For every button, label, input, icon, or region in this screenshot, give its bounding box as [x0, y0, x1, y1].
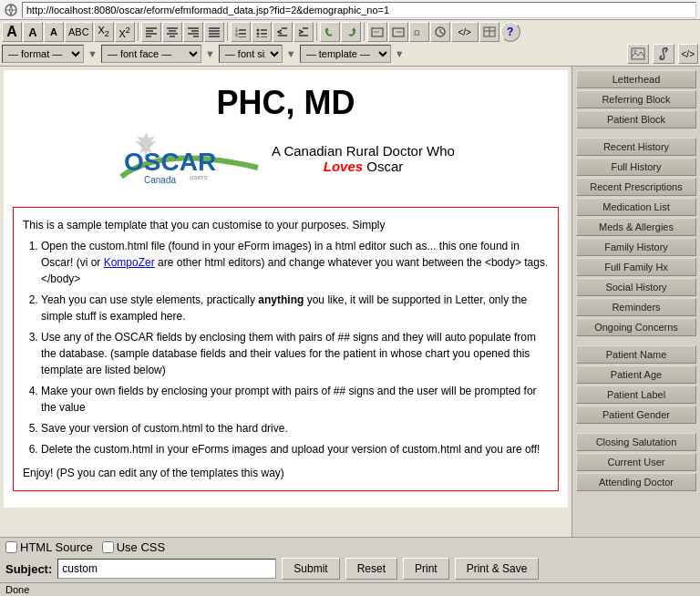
- subscript-btn[interactable]: X2: [94, 22, 114, 42]
- time-btn[interactable]: [430, 22, 450, 42]
- help-btn[interactable]: ?: [500, 22, 520, 42]
- bottom-row1: HTML Source Use CSS: [5, 540, 695, 554]
- attending-doctor-btn[interactable]: Attending Doctor: [576, 473, 696, 491]
- spacer2: [576, 338, 696, 344]
- sep4: [364, 23, 365, 41]
- patient-gender-btn[interactable]: Patient Gender: [576, 406, 696, 424]
- html-source-label: HTML Source: [20, 540, 93, 554]
- editor-panel: PHC, MD OSCAR: [0, 67, 572, 537]
- status-bar: Done: [0, 582, 700, 596]
- subject-label: Subject:: [5, 562, 52, 576]
- referring-block-btn[interactable]: Referring Block: [576, 90, 696, 108]
- redo-btn[interactable]: [341, 22, 361, 42]
- patient-age-btn[interactable]: Patient Age: [576, 365, 696, 384]
- full-history-btn[interactable]: Full History: [576, 158, 696, 176]
- undo-btn[interactable]: [320, 22, 340, 42]
- patient-block-btn[interactable]: Patient Block: [576, 110, 696, 128]
- bottom-area: HTML Source Use CSS Subject: Submit Rese…: [0, 537, 700, 582]
- step-6: Delete the custom.html in your eForms im…: [41, 441, 549, 457]
- indent-right-btn[interactable]: [388, 22, 408, 42]
- template-select[interactable]: — template —: [300, 45, 391, 63]
- sample-box: This is a sample template that you can c…: [13, 207, 559, 491]
- decrease-indent-btn[interactable]: [273, 22, 293, 42]
- oscar-logo-svg: OSCAR Canada .users: [117, 127, 262, 190]
- indent-left-btn[interactable]: [367, 22, 387, 42]
- toolbar-row1: A A A ABC X2 X2 1.2.3.: [2, 22, 698, 42]
- code-btn[interactable]: </>: [678, 44, 698, 64]
- address-input[interactable]: [22, 2, 696, 18]
- align-center-btn[interactable]: [162, 22, 182, 42]
- svg-point-46: [633, 50, 636, 53]
- editor-content[interactable]: PHC, MD OSCAR: [4, 70, 568, 508]
- kompozer-link[interactable]: KompoZer: [104, 256, 155, 269]
- recent-history-btn[interactable]: Recent History: [576, 138, 696, 156]
- meds-allergies-btn[interactable]: Meds & Allergies: [576, 218, 696, 236]
- patient-name-btn[interactable]: Patient Name: [576, 345, 696, 364]
- closing-salutation-btn[interactable]: Closing Salutation: [576, 433, 696, 451]
- reminders-btn[interactable]: Reminders: [576, 298, 696, 316]
- font-medium-btn[interactable]: A: [23, 22, 43, 42]
- browser-icon: [4, 3, 18, 17]
- special-char-btn[interactable]: Ω: [409, 22, 429, 42]
- svg-text:Canada: Canada: [144, 175, 176, 185]
- svg-point-26: [256, 33, 259, 36]
- spacer1: [576, 130, 696, 136]
- use-css-checkbox[interactable]: [102, 541, 114, 553]
- link-btn[interactable]: [653, 44, 674, 64]
- sample-intro: This is a sample template that you can c…: [23, 217, 549, 233]
- subject-row: Subject: Submit Reset Print Print & Save: [5, 558, 695, 580]
- sample-steps-list: Open the custom.html file (found in your…: [23, 238, 549, 457]
- svg-text:Ω: Ω: [414, 28, 420, 37]
- font-small-btn[interactable]: A: [44, 22, 64, 42]
- oscar-text: Oscar: [366, 159, 403, 174]
- spacer3: [576, 426, 696, 431]
- align-right-btn[interactable]: [183, 22, 203, 42]
- main-container: A A A ABC X2 X2 1.2.3.: [0, 20, 700, 596]
- print-save-button[interactable]: Print & Save: [455, 558, 540, 580]
- step-2: Yeah you can use style elements, practic…: [41, 292, 549, 324]
- superscript-btn[interactable]: X2: [115, 22, 135, 42]
- patient-label-btn[interactable]: Patient Label: [576, 385, 696, 404]
- letterhead-btn[interactable]: Letterhead: [576, 70, 696, 88]
- step-5: Save your version of custom.html to the …: [41, 420, 549, 437]
- recent-prescriptions-btn[interactable]: Recent Prescriptions: [576, 178, 696, 196]
- subtitle2: Loves Oscar: [272, 159, 455, 174]
- phc-title: PHC, MD: [13, 84, 559, 122]
- print-button[interactable]: Print: [403, 558, 449, 580]
- toolbar-area: A A A ABC X2 X2 1.2.3.: [0, 20, 700, 67]
- medication-list-btn[interactable]: Medication List: [576, 198, 696, 216]
- editor-scroll-area[interactable]: PHC, MD OSCAR: [0, 67, 571, 537]
- current-user-btn[interactable]: Current User: [576, 453, 696, 471]
- ul-btn[interactable]: [252, 22, 272, 42]
- html-source-checkbox[interactable]: [5, 541, 17, 553]
- ongoing-concerns-btn[interactable]: Ongoing Concerns: [576, 318, 696, 336]
- format-select[interactable]: — format —: [2, 45, 84, 63]
- font-large-btn[interactable]: A: [2, 22, 22, 42]
- font-size-select[interactable]: — font size —: [219, 45, 283, 63]
- family-history-btn[interactable]: Family History: [576, 238, 696, 256]
- font-abc-btn[interactable]: ABC: [65, 22, 93, 42]
- right-sidebar: Letterhead Referring Block Patient Block…: [572, 67, 700, 537]
- table-btn[interactable]: [479, 22, 499, 42]
- svg-text:.users: .users: [188, 173, 208, 181]
- content-area: PHC, MD OSCAR: [0, 67, 700, 537]
- html-btn[interactable]: </>: [451, 22, 479, 42]
- submit-button[interactable]: Submit: [282, 558, 339, 580]
- img-btn[interactable]: [627, 44, 649, 64]
- align-left-btn[interactable]: [141, 22, 161, 42]
- reset-button[interactable]: Reset: [345, 558, 397, 580]
- subtitle1: A Canadian Rural Doctor Who: [272, 143, 455, 159]
- full-family-hx-btn[interactable]: Full Family Hx: [576, 258, 696, 276]
- status-text: Done: [5, 584, 29, 595]
- font-face-select[interactable]: — font face —: [101, 45, 201, 63]
- step-4: Make your own fields by enclosing your p…: [41, 383, 549, 416]
- sep1: [138, 23, 139, 41]
- increase-indent-btn[interactable]: [293, 22, 314, 42]
- align-justify-btn[interactable]: [204, 22, 224, 42]
- use-css-checkbox-label[interactable]: Use CSS: [102, 540, 165, 554]
- ol-btn[interactable]: 1.2.3.: [231, 22, 251, 42]
- subject-input[interactable]: [57, 559, 276, 579]
- address-bar: [0, 0, 700, 20]
- social-history-btn[interactable]: Social History: [576, 278, 696, 296]
- html-source-checkbox-label[interactable]: HTML Source: [5, 540, 93, 554]
